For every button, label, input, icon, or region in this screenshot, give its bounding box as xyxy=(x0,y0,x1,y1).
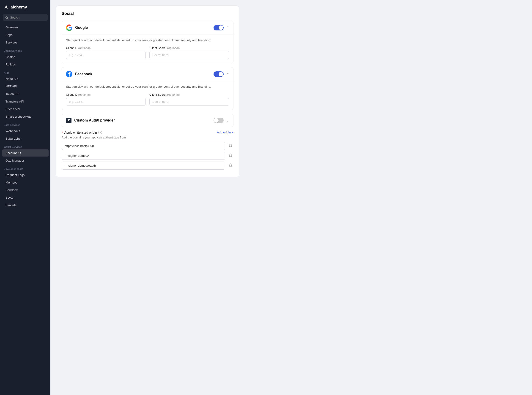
sidebar-item-sandbox[interactable]: Sandbox xyxy=(2,187,49,194)
facebook-fields: Client ID (optional) Client Secret (opti… xyxy=(66,93,229,106)
origins-description: Add the domains your app can authenticat… xyxy=(62,136,234,139)
sidebar-item-faucets[interactable]: Faucets xyxy=(2,202,49,209)
origins-help-icon[interactable]: ? xyxy=(98,131,102,134)
origins-title-text: Apply whitelisted origin xyxy=(64,131,97,134)
origin-delete-1[interactable] xyxy=(228,152,234,159)
data-services-label: Data Services xyxy=(0,120,50,127)
sidebar-item-webhooks[interactable]: Webhooks xyxy=(2,127,49,135)
auth0-chevron-down-icon[interactable]: ⌄ xyxy=(226,119,229,122)
google-client-secret-input[interactable] xyxy=(149,51,229,59)
origin-row-1 xyxy=(62,152,234,160)
facebook-provider-desc: Start quickly with our default credentia… xyxy=(66,81,229,93)
facebook-icon xyxy=(66,71,73,77)
facebook-provider-header: Facebook ⌃ xyxy=(62,67,233,81)
origins-section: * Apply whitelisted origin ? Add origin … xyxy=(62,131,234,170)
sidebar-item-rollups[interactable]: Rollups xyxy=(2,61,49,68)
facebook-client-id-input[interactable] xyxy=(66,98,146,106)
sidebar-item-request-logs[interactable]: Request Logs xyxy=(2,171,49,179)
google-client-id-optional: (optional) xyxy=(78,46,90,50)
chain-services-label: Chain Services xyxy=(0,46,50,53)
sidebar-item-mempool[interactable]: Mempool xyxy=(2,179,49,186)
origin-input-2[interactable] xyxy=(62,162,225,170)
facebook-provider-right: ⌃ xyxy=(213,71,229,77)
origin-delete-0[interactable] xyxy=(228,142,234,149)
auth0-provider-right: ⌄ xyxy=(213,118,229,123)
sidebar-item-account-kit[interactable]: Account Kit xyxy=(2,149,49,157)
google-provider-left: Google xyxy=(66,24,88,31)
facebook-client-secret-label: Client Secret (optional) xyxy=(149,93,229,96)
developer-tools-label: Developer Tools xyxy=(0,164,50,171)
facebook-client-id-optional: (optional) xyxy=(78,93,90,96)
google-chevron-up-icon[interactable]: ⌃ xyxy=(226,26,229,29)
facebook-provider-left: Facebook xyxy=(66,71,92,77)
auth0-provider-name: Custom Auth0 provider xyxy=(74,118,115,122)
social-card: Social Google xyxy=(56,5,239,177)
logo: alchemy xyxy=(0,0,50,13)
facebook-provider-body: Start quickly with our default credentia… xyxy=(62,81,233,110)
sidebar-item-overview[interactable]: Overview xyxy=(2,24,49,31)
facebook-client-id-label: Client ID (optional) xyxy=(66,93,146,96)
facebook-provider-block: Facebook ⌃ Start quickly with our defaul… xyxy=(62,67,234,110)
facebook-client-secret-group: Client Secret (optional) xyxy=(149,93,229,106)
sidebar-item-chains[interactable]: Chains xyxy=(2,53,49,60)
main-content: Social Google xyxy=(50,0,532,395)
google-client-secret-optional: (optional) xyxy=(167,46,180,50)
origins-required-star: * xyxy=(62,131,63,134)
google-toggle[interactable] xyxy=(213,25,224,30)
sidebar-item-node-api[interactable]: Node API xyxy=(2,75,49,82)
sidebar-item-apps[interactable]: Apps xyxy=(2,31,49,38)
google-provider-name: Google xyxy=(75,26,88,30)
search-label: Search xyxy=(10,16,19,19)
google-provider-header: Google ⌃ xyxy=(62,21,233,35)
search-icon xyxy=(5,16,8,19)
auth0-provider-header: Custom Auth0 provider ⌄ xyxy=(62,114,233,127)
google-provider-desc: Start quickly with our default credentia… xyxy=(66,35,229,46)
google-client-secret-label: Client Secret (optional) xyxy=(149,46,229,50)
google-provider-body: Start quickly with our default credentia… xyxy=(62,35,233,63)
sidebar-item-subgraphs[interactable]: Subgraphs xyxy=(2,135,49,142)
auth0-provider-block: Custom Auth0 provider ⌄ xyxy=(62,114,234,127)
google-client-id-label: Client ID (optional) xyxy=(66,46,146,50)
origin-row-2 xyxy=(62,162,234,170)
facebook-client-secret-input[interactable] xyxy=(149,98,229,106)
sidebar-item-sdks[interactable]: SDKs xyxy=(2,194,49,201)
origin-input-0[interactable] xyxy=(62,142,225,150)
origin-input-1[interactable] xyxy=(62,152,225,160)
google-provider-right: ⌃ xyxy=(213,25,229,30)
svg-point-1 xyxy=(6,16,7,18)
auth0-toggle[interactable] xyxy=(213,118,224,123)
google-client-id-input[interactable] xyxy=(66,51,146,59)
sidebar-item-smart-websockets[interactable]: Smart Websockets xyxy=(2,113,49,120)
sidebar-item-token-api[interactable]: Token API xyxy=(2,90,49,98)
origin-row-0 xyxy=(62,142,234,150)
google-provider-block: Google ⌃ Start quickly with our default … xyxy=(62,21,234,63)
google-fields: Client ID (optional) Client Secret (opti… xyxy=(66,46,229,59)
google-icon xyxy=(66,24,73,31)
auth0-icon xyxy=(66,118,72,123)
sidebar-item-gas-manager[interactable]: Gas Manager xyxy=(2,157,49,164)
sidebar-item-prices-api[interactable]: Prices API xyxy=(2,105,49,113)
sidebar-item-nft-api[interactable]: NFT API xyxy=(2,83,49,90)
google-client-secret-group: Client Secret (optional) xyxy=(149,46,229,59)
wallet-services-label: Wallet Services xyxy=(0,142,50,149)
sidebar: alchemy Search Overview Apps Services Ch… xyxy=(0,0,50,395)
sidebar-item-transfers-api[interactable]: Transfers API xyxy=(2,98,49,105)
auth0-provider-left: Custom Auth0 provider xyxy=(66,118,115,123)
search-bar[interactable]: Search xyxy=(3,14,48,21)
section-title: Social xyxy=(62,11,234,16)
svg-marker-0 xyxy=(5,5,8,9)
apis-label: APIs xyxy=(0,68,50,75)
facebook-client-secret-optional: (optional) xyxy=(167,93,180,96)
add-origin-button[interactable]: Add origin + xyxy=(217,131,234,134)
origins-header: * Apply whitelisted origin ? Add origin … xyxy=(62,131,234,134)
origin-delete-2[interactable] xyxy=(228,162,234,169)
google-client-id-group: Client ID (optional) xyxy=(66,46,146,59)
sidebar-item-services[interactable]: Services xyxy=(2,39,49,46)
facebook-chevron-up-icon[interactable]: ⌃ xyxy=(226,72,229,76)
alchemy-logo-icon xyxy=(4,5,9,10)
origins-title: * Apply whitelisted origin ? xyxy=(62,131,102,134)
facebook-provider-name: Facebook xyxy=(75,72,92,76)
facebook-client-id-group: Client ID (optional) xyxy=(66,93,146,106)
facebook-toggle[interactable] xyxy=(213,71,224,77)
logo-text: alchemy xyxy=(11,5,27,10)
